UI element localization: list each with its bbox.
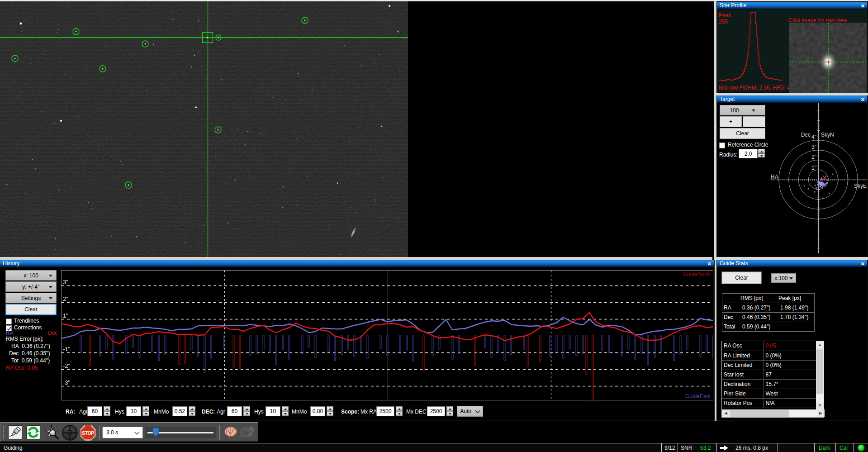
svg-text:1": 1" [63,312,68,319]
svg-text:Dec: Dec [801,132,811,138]
svg-text:-1": -1" [63,346,71,352]
svg-text:-2": -2" [63,362,71,369]
svg-text:1": 1" [811,165,816,171]
svg-text:-3": -3" [63,379,71,386]
svg-text:4": 4" [811,134,816,140]
svg-text:SkyE: SkyE [854,183,867,189]
svg-text:GuideEast: GuideEast [685,393,711,400]
svg-text:GuideNorth: GuideNorth [683,271,711,277]
svg-text:3": 3" [811,144,816,150]
svg-text:2": 2" [63,295,68,302]
svg-text:RA: RA [771,174,778,180]
svg-text:2": 2" [811,154,816,160]
svg-text:3": 3" [63,279,68,285]
svg-text:SkyN: SkyN [821,132,834,138]
svg-text:STOP: STOP [82,430,94,436]
